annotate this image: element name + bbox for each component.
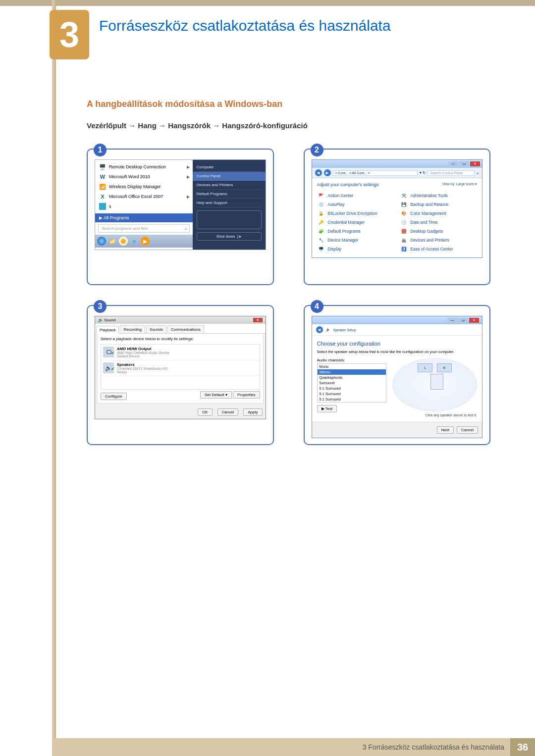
- close-button[interactable]: ✕: [470, 161, 480, 166]
- channel-option[interactable]: Surround: [318, 380, 386, 386]
- start-orb-icon[interactable]: [97, 237, 106, 246]
- start-menu-item[interactable]: X Microsoft Office Excel 2007 ▶: [95, 192, 193, 202]
- cp-item[interactable]: Administrative Tools: [399, 191, 477, 200]
- channels-list[interactable]: Mono Stereo Quadraphonic Surround 5.1 Su…: [317, 363, 387, 403]
- address-breadcrumb[interactable]: « Cont... » All Cont... »: [333, 170, 418, 176]
- channel-option[interactable]: 5.1 Surround: [318, 391, 386, 397]
- chapter-number: 3: [59, 14, 79, 55]
- cp-item[interactable]: AutoPlay: [317, 200, 395, 209]
- channel-option[interactable]: Quadraphonic: [318, 375, 386, 380]
- start-menu-item[interactable]: 🖥️ Remote Desktop Connection ▶: [95, 162, 193, 172]
- speaker-icon[interactable]: R: [437, 363, 452, 372]
- min-button[interactable]: —: [448, 161, 458, 166]
- taskbar-icon[interactable]: 🌼: [119, 237, 128, 246]
- panel-step-3: 3 🔊 Sound ✕ Playback Recording Sounds Co…: [87, 305, 274, 445]
- start-search-input[interactable]: Search programs and files: [98, 224, 190, 233]
- wireless-icon: 📶: [99, 183, 106, 190]
- set-default-button[interactable]: Set Default ▾: [200, 391, 232, 399]
- cp-item[interactable]: Color Management: [399, 209, 477, 218]
- tab-sounds[interactable]: Sounds: [146, 325, 166, 333]
- speaker-icon[interactable]: L: [418, 363, 432, 372]
- hdmi-device-icon: 🖵: [103, 347, 114, 357]
- close-button[interactable]: ✕: [469, 318, 479, 323]
- nav-back-icon[interactable]: ◄: [315, 169, 322, 176]
- cancel-button[interactable]: Cancel: [217, 408, 239, 416]
- nav-back-icon[interactable]: ◄: [316, 326, 323, 333]
- section-title: A hangbeállítások módosítása a Windows-b…: [87, 99, 282, 109]
- channel-option[interactable]: Mono: [318, 364, 386, 369]
- config-title: Choose your configuration: [317, 341, 478, 347]
- configure-button[interactable]: Configure: [101, 393, 127, 400]
- playback-device[interactable]: 🖵 AMD HDMI Output AMD High Definition Au…: [101, 345, 260, 360]
- panel-step-4: 4 — ▭ ✕ ◄ 🔈 Speaker Setup Choose your co…: [304, 305, 491, 445]
- tab-recording[interactable]: Recording: [120, 325, 145, 333]
- cp-search-input[interactable]: Search Control Panel: [428, 170, 475, 176]
- cp-item[interactable]: Backup and Restore: [399, 200, 477, 209]
- ok-button[interactable]: OK: [198, 408, 213, 416]
- side-stripe: [52, 0, 56, 756]
- step-badge: 2: [311, 144, 323, 156]
- cp-item[interactable]: Desktop Gadgets: [399, 227, 477, 236]
- speaker-setup-heading: Speaker Setup: [333, 328, 356, 332]
- start-menu-item[interactable]: 📶 Wireless Display Manager: [95, 182, 193, 192]
- step-badge: 1: [94, 144, 107, 156]
- speakers-device-icon: 🔈: [103, 362, 114, 373]
- cp-view-by[interactable]: View by: Large icons ▾: [442, 182, 477, 187]
- channel-option-selected[interactable]: Stereo: [318, 369, 386, 375]
- close-button[interactable]: ✕: [253, 318, 263, 322]
- channel-option[interactable]: 5.1 Surround: [318, 397, 386, 402]
- cp-item[interactable]: Date and Time: [399, 218, 477, 227]
- cancel-button[interactable]: Cancel: [457, 426, 478, 434]
- speaker-room-diagram: L R: [392, 358, 477, 411]
- submenu-arrow-icon: ▶: [187, 175, 190, 179]
- submenu-arrow-icon: ▶: [187, 195, 190, 199]
- start-menu-item[interactable]: W Microsoft Word 2010 ▶: [95, 172, 193, 182]
- test-hint: Click any speaker above to test it.: [317, 413, 478, 417]
- cp-item[interactable]: Device Manager: [317, 236, 395, 245]
- start-right-item[interactable]: Help and Support: [197, 199, 262, 207]
- cp-item[interactable]: Action Center: [317, 191, 395, 200]
- tab-communications[interactable]: Communications: [167, 325, 204, 333]
- top-bar: [0, 0, 535, 6]
- cp-item[interactable]: BitLocker Drive Encryption: [317, 209, 395, 218]
- start-right-item[interactable]: Computer: [197, 163, 262, 172]
- test-button[interactable]: ▶ Test: [317, 405, 337, 412]
- min-button[interactable]: —: [447, 318, 457, 323]
- cp-heading: Adjust your computer's settings: [317, 182, 379, 187]
- tab-playback[interactable]: Playback: [96, 326, 119, 334]
- max-button[interactable]: ▭: [458, 318, 468, 323]
- start-right-control-panel[interactable]: Control Panel: [193, 172, 266, 181]
- start-right-item[interactable]: Default Programs: [197, 190, 262, 199]
- cp-item[interactable]: Default Programs: [317, 227, 395, 236]
- app-icon: [99, 203, 106, 210]
- nav-fwd-icon[interactable]: ►: [324, 169, 331, 176]
- all-programs[interactable]: ▶ All Programs: [95, 213, 193, 222]
- start-menu-item[interactable]: s: [95, 202, 193, 211]
- submenu-arrow-icon: ▶: [187, 165, 190, 169]
- taskbar-wmp-icon[interactable]: ▶: [141, 237, 150, 246]
- shutdown-button[interactable]: Shut down | ▸: [197, 232, 262, 241]
- cp-item[interactable]: Devices and Printers: [399, 236, 477, 245]
- rdp-icon: 🖥️: [99, 163, 106, 170]
- step-badge: 3: [94, 300, 107, 313]
- properties-button[interactable]: Properties: [233, 391, 260, 399]
- cp-item[interactable]: Credential Manager: [317, 218, 395, 227]
- word-icon: W: [99, 173, 106, 180]
- start-right-item[interactable]: Devices and Printers: [197, 181, 262, 190]
- step-badge: 4: [311, 300, 323, 313]
- sound-icon: 🔊: [98, 318, 103, 322]
- playback-device[interactable]: 🔈 Speakers Conexant 20671 SmartAudio HD …: [101, 360, 260, 376]
- cp-item[interactable]: Ease of Access Center: [399, 245, 477, 253]
- config-hint: Select the speaker setup below that is m…: [317, 350, 478, 354]
- taskbar-ie-icon[interactable]: e: [130, 237, 139, 246]
- panel-step-1: 1 🖥️ Remote Desktop Connection ▶ W Micro…: [87, 149, 274, 285]
- taskbar-icon[interactable]: 📁: [108, 237, 117, 246]
- playback-hint: Select a playback device below to modify…: [101, 337, 260, 341]
- apply-button[interactable]: Apply: [243, 408, 262, 416]
- listener-icon: [430, 374, 443, 390]
- sound-title: Sound: [104, 318, 115, 322]
- next-button[interactable]: Next: [437, 426, 454, 434]
- cp-item[interactable]: Display: [317, 245, 395, 253]
- max-button[interactable]: ▭: [459, 161, 469, 166]
- channel-option[interactable]: 5.1 Surround: [318, 386, 386, 391]
